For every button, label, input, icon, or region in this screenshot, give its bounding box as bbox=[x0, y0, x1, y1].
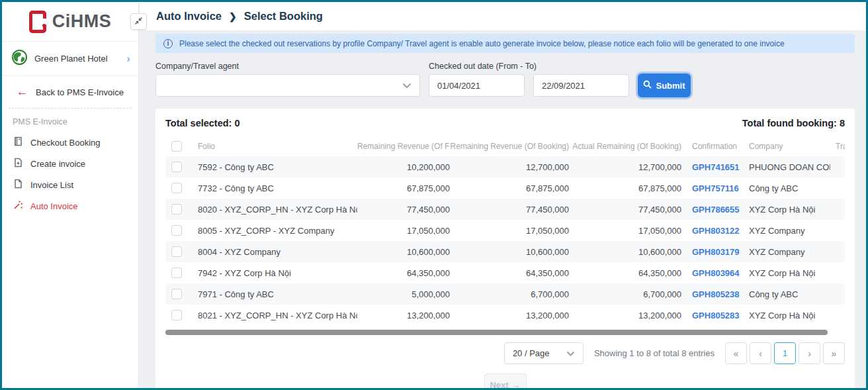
hotel-selector[interactable]: Green Planet Hotel › bbox=[2, 42, 138, 76]
remaining-folio-cell: 17,050,000 bbox=[357, 226, 450, 236]
column-header: Travel agent bbox=[830, 142, 845, 151]
row-select-cell bbox=[165, 246, 192, 257]
cihms-logo-icon bbox=[29, 11, 46, 33]
pagination: 20 / Page Showing 1 to 8 of total 8 entr… bbox=[165, 342, 845, 364]
folio-cell: 8004 - XYZ Company bbox=[192, 247, 357, 257]
actual-remaining-cell: 10,600,000 bbox=[569, 247, 681, 257]
confirmation-link[interactable]: GPH803122 bbox=[692, 226, 740, 236]
row-checkbox[interactable] bbox=[171, 225, 182, 236]
folio-cell: 7971 - Công ty ABC bbox=[192, 289, 357, 299]
folio-cell: 7942 - XYZ Corp Hà Nội bbox=[192, 268, 357, 278]
sidebar-item-label: Checkout Booking bbox=[30, 138, 101, 148]
create-invoice-icon bbox=[13, 158, 23, 170]
invoice-list-icon bbox=[13, 179, 23, 191]
select-all-checkbox[interactable] bbox=[171, 141, 182, 152]
table-row: 7971 - Công ty ABC5,000,0006,700,0006,70… bbox=[165, 283, 845, 305]
row-select-cell bbox=[165, 268, 192, 278]
confirmation-cell: GPH803122 bbox=[681, 226, 748, 236]
sidebar-collapse-button[interactable] bbox=[130, 13, 147, 30]
confirmation-link[interactable]: GPH741651 bbox=[692, 162, 740, 172]
date-from-input[interactable]: 01/04/2021 bbox=[429, 74, 525, 97]
actual-remaining-cell: 64,350,000 bbox=[569, 268, 681, 278]
remaining-folio-cell: 67,875,000 bbox=[357, 183, 450, 193]
first-page-button[interactable]: « bbox=[725, 342, 747, 364]
remaining-folio-cell: 64,350,000 bbox=[357, 268, 450, 278]
next-step-label: Next bbox=[490, 380, 508, 389]
confirmation-cell: GPH805283 bbox=[681, 311, 748, 320]
confirmation-link[interactable]: GPH805238 bbox=[692, 289, 740, 299]
column-header: Remaining Revenue (Of Folio) bbox=[357, 142, 450, 151]
app-window: CiHMS Green Planet Hotel › ← Back to PMS… bbox=[0, 0, 868, 390]
row-checkbox[interactable] bbox=[171, 204, 182, 215]
remaining-booking-cell: 10,600,000 bbox=[450, 247, 569, 257]
page-size-select[interactable]: 20 / Page bbox=[504, 342, 584, 364]
breadcrumb-parent[interactable]: Auto Invoice bbox=[156, 10, 222, 23]
page-1-button[interactable]: 1 bbox=[774, 342, 796, 364]
breadcrumb-current: Select Booking bbox=[244, 10, 323, 23]
booking-table: FolioRemaining Revenue (Of Folio)Remaini… bbox=[165, 136, 845, 326]
remaining-booking-cell: 64,350,000 bbox=[450, 268, 569, 278]
sidebar-item-create-invoice[interactable]: Create invoice bbox=[2, 153, 138, 174]
date-to-input[interactable]: 22/09/2021 bbox=[533, 74, 629, 97]
folio-cell: 8020 - XYZ_CORP_HN - XYZ Corp Hà Nội bbox=[192, 205, 357, 215]
confirmation-link[interactable]: GPH786655 bbox=[692, 205, 740, 215]
sidebar-item-auto-invoice[interactable]: Auto Invoice bbox=[2, 195, 138, 217]
company-cell: XYZ Corp Hà Nội bbox=[748, 268, 830, 278]
sidebar-item-checkout-booking[interactable]: Checkout Booking bbox=[2, 132, 138, 153]
table-row: 8005 - XYZ_CORP - XYZ Company17,050,0001… bbox=[165, 220, 845, 241]
scrollbar-thumb[interactable] bbox=[165, 330, 828, 335]
breadcrumb-chevron-icon: ❯ bbox=[229, 11, 237, 22]
confirmation-link[interactable]: GPH805283 bbox=[692, 311, 740, 320]
actual-remaining-cell: 12,700,000 bbox=[569, 162, 681, 172]
row-select-cell bbox=[165, 289, 192, 299]
last-page-button[interactable]: » bbox=[823, 342, 845, 364]
remaining-booking-cell: 12,700,000 bbox=[450, 162, 569, 172]
confirmation-cell: GPH805238 bbox=[681, 289, 748, 299]
row-checkbox[interactable] bbox=[171, 162, 182, 172]
row-checkbox[interactable] bbox=[171, 183, 182, 193]
next-step-button[interactable]: Next → bbox=[484, 373, 527, 388]
confirmation-cell: GPH757116 bbox=[681, 183, 748, 193]
submit-label: Submit bbox=[656, 81, 685, 91]
main-area: Auto Invoice ❯ Select Booking i Please s… bbox=[140, 2, 866, 388]
table-row: 8021 - XYZ_CORP_HN - XYZ Corp Hà Nội13,2… bbox=[165, 305, 845, 326]
brand-logo: CiHMS bbox=[2, 2, 138, 42]
column-header: Folio bbox=[192, 142, 357, 151]
actual-remaining-cell: 13,200,000 bbox=[569, 311, 681, 320]
row-checkbox[interactable] bbox=[171, 268, 182, 278]
info-banner-text: Please select the checked out reservatio… bbox=[179, 39, 785, 48]
confirmation-cell: GPH741651 bbox=[681, 162, 748, 172]
row-checkbox[interactable] bbox=[171, 310, 182, 320]
confirmation-link[interactable]: GPH803964 bbox=[692, 268, 740, 278]
total-found: Total found booking: 8 bbox=[742, 118, 845, 128]
sidebar-item-label: Auto Invoice bbox=[30, 201, 78, 211]
company-cell: XYZ Company bbox=[748, 247, 830, 257]
actual-remaining-cell: 67,875,000 bbox=[569, 183, 681, 193]
submit-button[interactable]: Submit bbox=[638, 73, 691, 97]
prev-page-button[interactable]: ‹ bbox=[750, 342, 771, 364]
page-size-value: 20 / Page bbox=[513, 348, 550, 358]
company-cell: XYZ Company bbox=[748, 226, 830, 236]
back-to-pms-link[interactable]: ← Back to PMS E-Invoice bbox=[2, 76, 138, 108]
row-checkbox[interactable] bbox=[171, 246, 182, 257]
info-banner: i Please select the checked out reservat… bbox=[155, 34, 855, 53]
total-selected: Total selected: 0 bbox=[165, 118, 240, 128]
remaining-booking-cell: 77,450,000 bbox=[450, 205, 569, 215]
confirmation-link[interactable]: GPH803179 bbox=[692, 247, 740, 257]
remaining-folio-cell: 13,200,000 bbox=[357, 311, 450, 320]
table-row: 7942 - XYZ Corp Hà Nội64,350,00064,350,0… bbox=[165, 262, 845, 283]
confirmation-link[interactable]: GPH757116 bbox=[692, 183, 739, 193]
sidebar-item-invoice-list[interactable]: Invoice List bbox=[2, 174, 138, 195]
actual-remaining-cell: 77,450,000 bbox=[569, 205, 681, 215]
company-select[interactable] bbox=[155, 74, 420, 97]
sidebar: CiHMS Green Planet Hotel › ← Back to PMS… bbox=[2, 2, 139, 388]
next-page-button[interactable]: › bbox=[799, 342, 820, 364]
row-checkbox[interactable] bbox=[171, 289, 182, 299]
table-row: 7732 - Công ty ABC67,875,00067,875,00067… bbox=[165, 177, 845, 199]
brand-name: CiHMS bbox=[52, 11, 112, 32]
auto-invoice-wand-icon bbox=[13, 200, 23, 212]
folio-cell: 7732 - Công ty ABC bbox=[192, 183, 357, 193]
chevron-down-icon bbox=[402, 79, 412, 91]
remaining-booking-cell: 17,050,000 bbox=[450, 226, 569, 236]
table-row: 8020 - XYZ_CORP_HN - XYZ Corp Hà Nội77,4… bbox=[165, 199, 845, 220]
